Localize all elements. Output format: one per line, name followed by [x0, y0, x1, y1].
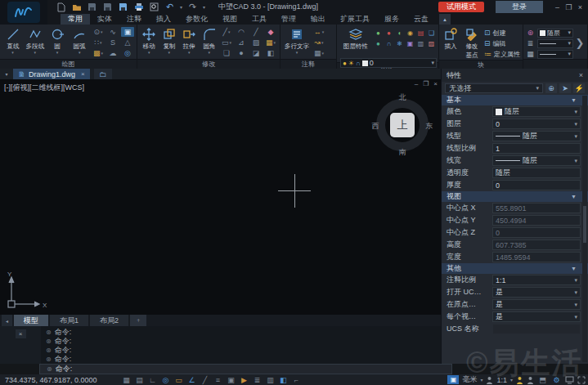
color-dropdown[interactable]: 随层 ▾ — [537, 29, 573, 38]
ribbon-tab-manage[interactable]: 管理 — [274, 14, 303, 25]
otrack-toggle-icon[interactable]: ▭ — [173, 375, 184, 384]
doc-close-icon[interactable]: × — [81, 70, 85, 78]
copy-stack-icon[interactable]: ❏ — [220, 48, 233, 58]
trim-icon[interactable]: ╱▾ — [220, 27, 233, 37]
annotation-visibility-icon[interactable] — [516, 376, 523, 384]
ribbon-tab-cloud[interactable]: 云盘 — [406, 14, 436, 25]
ucs-perview-dropdown[interactable]: 是▾ — [492, 311, 581, 322]
ucs-on-dropdown[interactable]: 是▾ — [492, 287, 581, 298]
offset-icon[interactable]: ╱ — [249, 27, 263, 37]
monitor-icon[interactable] — [565, 376, 574, 384]
table-icon[interactable]: ▦▾ — [312, 48, 325, 58]
ribbon-tab-parametric[interactable]: 参数化 — [178, 14, 215, 25]
ribbon-tab-view[interactable]: 视图 — [215, 14, 245, 25]
unit-selector[interactable]: 毫米 — [462, 374, 477, 385]
quick-select-icon[interactable]: ⊕ — [545, 83, 557, 93]
explode-icon[interactable]: ▨ — [249, 38, 263, 47]
model-tab[interactable]: 模型 — [14, 315, 48, 326]
layer-thaw-icon[interactable]: ● — [374, 38, 383, 48]
arc-button[interactable]: 圆弧▾ — [70, 26, 90, 54]
command-input[interactable]: ⊛ 命令: — [39, 364, 452, 374]
hatch-icon[interactable]: ▩▾ — [92, 48, 105, 58]
fillet-button[interactable]: 圆角▾ — [200, 26, 219, 54]
minimize-icon[interactable]: – — [554, 3, 561, 11]
layer-properties-button[interactable]: 图层特性 — [339, 26, 372, 51]
layer-value-dropdown[interactable]: 0▾ — [492, 119, 581, 129]
scale-icon[interactable]: ● — [235, 48, 248, 58]
panel-expand-chevron-icon[interactable]: ❯ — [575, 37, 585, 49]
lineweight-dropdown[interactable]: ▾ — [537, 39, 573, 48]
restore-icon[interactable]: ❐ — [565, 3, 572, 11]
linetype-dropdown[interactable]: ▾ — [537, 50, 573, 59]
circle-button[interactable]: 圆▾ — [47, 26, 68, 54]
transparency-value-field[interactable]: 随层 — [492, 168, 581, 178]
annoscale-dropdown[interactable]: 1:1▾ — [492, 275, 581, 285]
view-compass[interactable]: 北 南 西 东 上 — [371, 94, 433, 156]
join-icon[interactable]: ◪ — [249, 48, 263, 58]
save-all-icon[interactable] — [102, 2, 113, 12]
break-icon[interactable]: ◧ — [264, 48, 277, 58]
revcloud-icon[interactable]: ☁ — [106, 48, 119, 58]
command-close-icon[interactable]: × — [16, 329, 26, 338]
print-icon[interactable] — [133, 2, 144, 12]
select-objects-icon[interactable]: ➤ — [559, 83, 571, 93]
ribbon-tab-express[interactable]: 扩展工具 — [333, 14, 377, 25]
toggle-pickadd-icon[interactable]: ⚡ — [573, 83, 585, 93]
donut-icon[interactable]: ◎ — [121, 48, 134, 58]
ribbon-tab-output[interactable]: 输出 — [303, 14, 333, 25]
layout1-tab[interactable]: 布局1 — [50, 315, 88, 326]
center-mark-icon[interactable]: ⊙▾ — [92, 27, 105, 37]
color-value-dropdown[interactable]: 随层▾ — [492, 106, 581, 117]
insert-block-button[interactable]: 插入 — [442, 26, 460, 51]
polar-toggle-icon[interactable]: ◎ — [160, 375, 171, 384]
palette-scrollbar[interactable] — [582, 96, 587, 362]
set-basepoint-button[interactable]: 修改 基点 — [462, 26, 483, 60]
ribbon-tab-services[interactable]: 服务 — [377, 14, 406, 25]
clean-screen-icon[interactable]: ⌐ — [291, 375, 302, 384]
osnap-toggle-icon[interactable]: ∠ — [186, 375, 197, 384]
selection-dropdown[interactable]: 无选择 ▾ — [445, 83, 543, 93]
cycle-toggle-icon[interactable]: ▣ — [226, 375, 236, 384]
app-logo[interactable] — [0, 0, 47, 25]
layer-on-icon[interactable]: ● — [374, 28, 383, 38]
ltscale-value-field[interactable]: 1 — [492, 143, 581, 154]
thickness-value-field[interactable]: 0 — [492, 180, 581, 190]
layer-prev-icon[interactable]: ▥ — [416, 38, 425, 48]
login-button[interactable]: 登录 — [496, 1, 543, 13]
auto-scale-icon[interactable] — [527, 376, 534, 384]
transparency-toggle-icon[interactable]: ≡ — [213, 375, 223, 384]
layer-dropdown[interactable]: ● ☀ ∩ 0 ▾ — [340, 58, 437, 68]
doc-tab-menu-icon[interactable]: ▾ — [0, 69, 13, 79]
new-document-icon[interactable]: 🗀 — [94, 69, 112, 79]
panel-label-modify[interactable]: 修改 — [137, 59, 280, 69]
palette-close-icon[interactable]: × — [579, 71, 583, 79]
block-create-item[interactable]: ⊡创建 — [484, 28, 520, 38]
rotate-icon[interactable]: ⊿ — [235, 38, 248, 47]
preview-icon[interactable] — [149, 2, 159, 12]
layer-isolate-icon[interactable]: ◉ — [406, 28, 415, 38]
layer-off-icon[interactable]: ● — [384, 28, 393, 38]
stretch-button[interactable]: 拉伸▾ — [180, 26, 199, 54]
lineweight-toggle-icon[interactable]: ╱ — [200, 375, 210, 384]
close-icon[interactable]: × — [577, 3, 584, 11]
polygon-icon[interactable]: △ — [121, 38, 134, 47]
section-basic[interactable]: 基本▼ — [442, 95, 588, 105]
section-misc[interactable]: 其他▼ — [442, 263, 588, 274]
linetype-value-dropdown[interactable]: 随层▾ — [492, 131, 581, 141]
dimension-icon[interactable]: ↔▾ — [312, 27, 325, 37]
panel-label-annotate[interactable]: 注释 — [281, 59, 336, 69]
copy-button[interactable]: 复制▾ — [160, 26, 179, 54]
compass-south[interactable]: 南 — [397, 147, 408, 158]
block-attr-item[interactable]: ≔定义属性 — [484, 49, 520, 59]
panel-label-draw[interactable]: 绘图 — [0, 59, 137, 69]
layer-merge-icon[interactable]: ▨ — [427, 38, 436, 48]
redo-dropdown-icon[interactable]: ▾ — [203, 4, 205, 10]
viewport-controls-label[interactable]: [-][俯视][二维线框][WCS] — [4, 83, 84, 93]
block-edit-item[interactable]: ⊟编辑 — [484, 38, 520, 48]
layout-nav-icon[interactable]: ◂ — [2, 315, 12, 326]
doc-close-window-icon[interactable]: × — [433, 80, 438, 87]
command-window[interactable]: × ⊛命令: ⊛命令: ⊛命令: ⊛命令: — [0, 326, 441, 364]
rectangle-icon[interactable]: ▭▾ — [220, 38, 233, 47]
compass-west[interactable]: 西 — [370, 121, 381, 132]
redo-icon[interactable]: ↷ — [187, 2, 198, 12]
